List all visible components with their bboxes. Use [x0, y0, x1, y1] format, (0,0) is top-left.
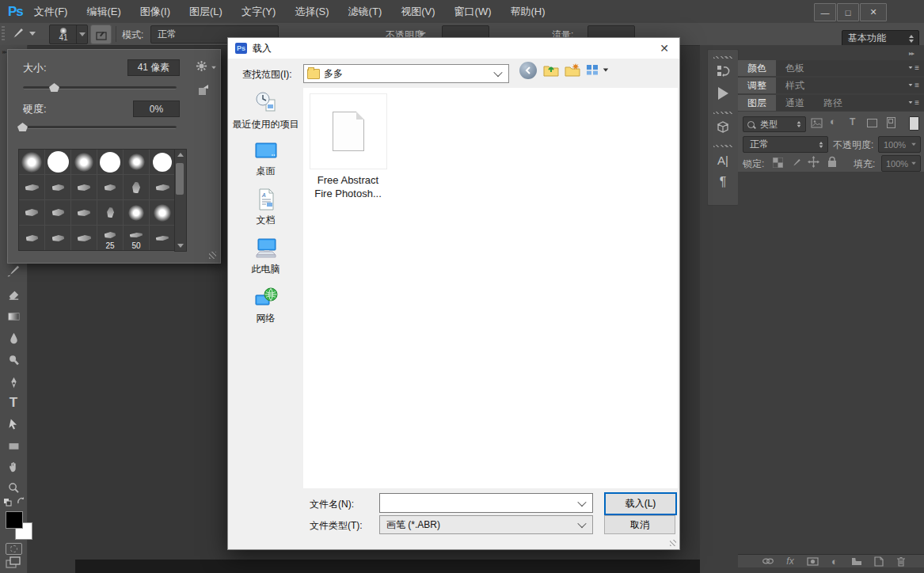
hardness-slider[interactable]: [23, 126, 177, 129]
delete-layer-button[interactable]: [895, 556, 907, 567]
swap-colors-icon[interactable]: [16, 496, 26, 507]
layer-filter-select[interactable]: 类型: [743, 116, 806, 132]
sidebar-item-thispc[interactable]: 此电脑: [228, 237, 303, 276]
filename-input[interactable]: [379, 493, 593, 513]
history-panel-button[interactable]: [714, 63, 732, 80]
tab-swatches[interactable]: 色板: [776, 60, 814, 76]
menu-layer[interactable]: 图层(L): [189, 5, 222, 19]
brush-preset[interactable]: [45, 150, 70, 174]
fill-select[interactable]: 100%: [881, 155, 921, 172]
brush-preset[interactable]: [19, 150, 44, 174]
menu-filter[interactable]: 滤镜(T): [348, 5, 382, 19]
menu-file[interactable]: 文件(F): [34, 5, 68, 19]
brush-preset[interactable]: [124, 175, 149, 199]
collapse-tools-icon[interactable]: ▸▸: [2, 48, 6, 55]
up-one-level-button[interactable]: [543, 63, 559, 78]
brush-preset[interactable]: [97, 200, 123, 225]
paragraph-panel-button[interactable]: ¶: [714, 173, 732, 191]
strip-grip[interactable]: [713, 112, 732, 114]
filter-pixel-layers-icon[interactable]: [811, 118, 823, 128]
cancel-button[interactable]: 取消: [604, 515, 675, 534]
brush-preset[interactable]: [97, 175, 123, 199]
preset-scrollbar[interactable]: [174, 149, 187, 252]
menu-window[interactable]: 窗口(W): [454, 5, 492, 19]
sidebar-item-network[interactable]: 网络: [228, 286, 303, 325]
blur-tool[interactable]: [5, 329, 22, 347]
layer-style-button[interactable]: fx: [784, 556, 797, 567]
new-layer-button[interactable]: [873, 556, 885, 567]
3d-panel-button[interactable]: [714, 118, 732, 135]
menu-view[interactable]: 视图(V): [401, 5, 435, 19]
shape-tool[interactable]: [5, 437, 22, 454]
panel-menu-icon[interactable]: ≡: [907, 63, 919, 72]
zoom-tool[interactable]: [5, 479, 22, 496]
brush-preset[interactable]: [71, 226, 97, 250]
sidebar-item-recent[interactable]: 最近使用的项目: [228, 90, 303, 131]
brush-preset[interactable]: [71, 175, 97, 199]
filter-type-layers-icon[interactable]: T: [850, 116, 855, 127]
layers-list[interactable]: [738, 172, 924, 554]
lock-transparency-icon[interactable]: [773, 157, 783, 168]
new-preset-icon[interactable]: [196, 83, 210, 97]
blend-mode-select[interactable]: 正常: [743, 136, 828, 153]
new-group-button[interactable]: [850, 556, 863, 567]
brush-preview-button[interactable]: 41: [49, 25, 78, 44]
panel-resize-grip[interactable]: [209, 252, 216, 259]
brush-preset[interactable]: [19, 200, 44, 225]
strip-grip[interactable]: [713, 56, 732, 59]
back-button[interactable]: [519, 62, 537, 79]
brush-preset[interactable]: [150, 175, 175, 199]
hand-tool[interactable]: [5, 458, 22, 476]
brush-preset[interactable]: [71, 150, 97, 174]
brush-preset[interactable]: [150, 200, 175, 225]
brush-preset[interactable]: 50: [124, 226, 149, 250]
opacity-select[interactable]: 100%: [878, 136, 921, 153]
foreground-color-swatch[interactable]: [6, 511, 23, 529]
lock-all-icon[interactable]: [827, 156, 838, 168]
file-list-area[interactable]: Free Abstract Fire Photosh...: [303, 88, 678, 488]
sidebar-item-desktop[interactable]: 桌面: [228, 140, 303, 178]
brush-preset[interactable]: [150, 226, 175, 250]
filetype-select[interactable]: 画笔 (*.ABR): [379, 515, 593, 534]
screen-mode-button[interactable]: [6, 556, 21, 571]
brush-preset[interactable]: [124, 150, 149, 174]
lock-pixels-icon[interactable]: [790, 157, 802, 169]
eraser-tool[interactable]: [5, 285, 22, 302]
menu-select[interactable]: 选择(S): [295, 5, 329, 19]
path-select-tool[interactable]: [5, 416, 22, 433]
toggle-brush-panel-button[interactable]: [90, 25, 112, 44]
character-panel-button[interactable]: A|: [714, 151, 732, 169]
sidebar-item-documents[interactable]: A 文档: [228, 188, 303, 227]
lock-position-icon[interactable]: [808, 156, 819, 168]
look-in-select[interactable]: 多多: [303, 64, 509, 83]
type-tool[interactable]: T: [5, 394, 22, 412]
dialog-titlebar[interactable]: Ps 载入 ✕: [228, 38, 679, 59]
gear-icon[interactable]: [196, 60, 207, 72]
menu-image[interactable]: 图像(I): [140, 5, 170, 19]
file-name-label[interactable]: Free Abstract Fire Photosh...: [298, 173, 397, 200]
tab-paths[interactable]: 路径: [814, 95, 852, 111]
filter-shape-layers-icon[interactable]: [867, 119, 877, 127]
brush-preset[interactable]: [97, 150, 123, 174]
scroll-down-icon[interactable]: [177, 244, 184, 248]
scrollbar-thumb[interactable]: [176, 163, 184, 195]
gradient-tool[interactable]: [5, 307, 22, 324]
pen-tool[interactable]: [5, 374, 22, 391]
maximize-button[interactable]: □: [837, 3, 859, 21]
panel-menu-icon[interactable]: ≡: [907, 98, 919, 107]
size-slider[interactable]: [23, 86, 177, 89]
scroll-up-icon[interactable]: [177, 153, 184, 157]
views-menu-button[interactable]: [586, 64, 609, 76]
tab-color[interactable]: 颜色: [738, 60, 776, 76]
options-grip[interactable]: [2, 26, 5, 42]
menu-edit[interactable]: 编辑(E): [86, 5, 120, 19]
filter-smart-objects-icon[interactable]: [887, 117, 895, 128]
new-adjustment-button[interactable]: ◐: [828, 556, 841, 567]
document-canvas[interactable]: [75, 560, 701, 573]
filter-toggle[interactable]: [909, 116, 919, 131]
brush-preset[interactable]: [45, 200, 70, 225]
link-layers-button[interactable]: [762, 556, 774, 567]
menu-help[interactable]: 帮助(H): [511, 5, 546, 19]
brush-preview-caret[interactable]: [76, 25, 88, 44]
load-button[interactable]: 载入(L): [604, 492, 677, 515]
